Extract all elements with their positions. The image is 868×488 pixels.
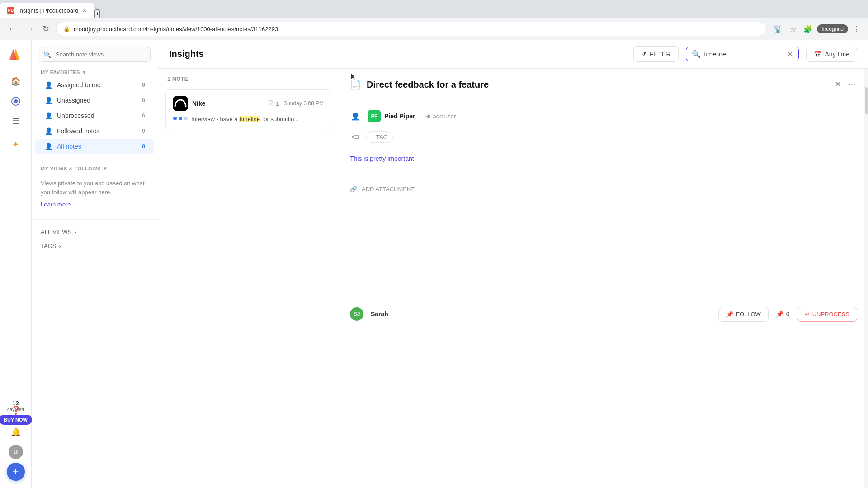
- add-user-icon: ⊕: [426, 113, 431, 120]
- dot-blue: [173, 117, 177, 120]
- views-empty-text: Views private to you and based on what y…: [41, 179, 149, 197]
- detail-more-btn[interactable]: ···: [847, 78, 857, 91]
- address-bar[interactable]: 🔒 moodjoy.productboard.com/insights/note…: [56, 22, 767, 36]
- unprocess-icon: ↩: [805, 311, 810, 318]
- cast-btn[interactable]: 📡: [771, 23, 785, 35]
- note-body: Interview - have a timeline for submitti…: [173, 115, 324, 123]
- my-views-section: MY VIEWS & FOLLOWS ▾: [32, 165, 158, 172]
- back-btn[interactable]: ←: [5, 23, 19, 36]
- company-avatar: PP: [368, 110, 381, 122]
- icon-bar: 🏠 ☰ ✦ 12 days left BUY NOW ❓ 🔔 U +: [0, 40, 32, 488]
- my-favorites-chevron[interactable]: ▾: [83, 69, 86, 75]
- author-avatar: SJ: [350, 307, 363, 321]
- learn-more-link[interactable]: Learn more: [41, 201, 71, 208]
- menu-btn[interactable]: ⋮: [850, 23, 863, 35]
- all-notes-icon: 👤: [44, 142, 52, 150]
- lock-icon: 🔒: [63, 26, 70, 32]
- active-tab[interactable]: PB Insights | Productboard ✕: [0, 3, 94, 18]
- followed-count: 0: [142, 128, 145, 134]
- main-header: Insights ⧩ FILTER 🔍 ✕ 📅 Any time: [158, 40, 868, 69]
- tab-close-btn[interactable]: ✕: [82, 7, 87, 14]
- detail-body: 👤 PP Pied Piper ⊕ add user 🏷: [339, 99, 868, 210]
- scroll-thumb[interactable]: [865, 87, 868, 114]
- note-dots: [173, 117, 188, 120]
- unprocessed-count: 6: [142, 113, 145, 119]
- assigned-count: 6: [142, 82, 145, 88]
- follow-count-value: 0: [786, 310, 790, 318]
- filter-label: FILTER: [649, 51, 670, 58]
- search-input[interactable]: [704, 51, 783, 58]
- sidebar-item-unprocessed[interactable]: 👤 Unprocessed 6: [35, 108, 154, 123]
- sidebar: 🔍 MY FAVORITES ▾ 👤 Assigned to me 6 👤 Un…: [32, 40, 158, 488]
- add-fab-btn[interactable]: +: [7, 463, 25, 481]
- buy-now-btn[interactable]: BUY NOW: [0, 415, 32, 425]
- trial-days: 12: [12, 400, 19, 407]
- add-attachment-row[interactable]: 🔗 ADD ATTACHMENT: [350, 179, 857, 199]
- sidebar-search-input[interactable]: [39, 47, 151, 62]
- unprocess-btn[interactable]: ↩ UNPROCESS: [797, 307, 857, 322]
- bell-icon-btn[interactable]: 🔔: [7, 423, 25, 441]
- calendar-icon: 📅: [814, 51, 821, 58]
- date-filter-label: Any time: [825, 51, 849, 58]
- refresh-btn[interactable]: ↻: [40, 22, 52, 36]
- spark-icon: ✦: [12, 140, 19, 150]
- extension-btn[interactable]: 🧩: [801, 23, 815, 35]
- toolbar-icons: 📡 ☆ 🧩 Incognito ⋮: [771, 23, 863, 35]
- detail-close-btn[interactable]: ✕: [833, 78, 843, 91]
- sidebar-divider-1: [32, 160, 158, 160]
- sidebar-item-all-notes[interactable]: 👤 All notes 8: [35, 139, 154, 154]
- add-user-btn[interactable]: ⊕ add user: [422, 111, 459, 122]
- note-text-after: for submittin...: [260, 116, 299, 122]
- note-company-name: Nike: [192, 100, 262, 107]
- user-avatar[interactable]: U: [9, 445, 23, 459]
- insights-icon-btn[interactable]: [7, 92, 25, 110]
- list-icon-btn[interactable]: ☰: [7, 112, 25, 130]
- tags-link[interactable]: TAGS ›: [32, 239, 158, 253]
- all-views-chevron-icon: ›: [74, 229, 76, 235]
- detail-footer: SJ Sarah 📌 FOLLOW 📌 0 ↩ UNPROCESS: [339, 300, 868, 328]
- sidebar-search-icon: 🔍: [43, 51, 51, 58]
- cursor-indicator: [350, 72, 355, 81]
- sidebar-item-followed-notes[interactable]: 👤 Followed notes 0: [35, 123, 154, 139]
- add-tag-btn[interactable]: + TAG: [366, 131, 393, 143]
- forward-btn[interactable]: →: [23, 23, 36, 36]
- dot-blue-2: [179, 117, 182, 120]
- search-clear-btn[interactable]: ✕: [787, 50, 793, 58]
- spark-icon-btn[interactable]: ✦: [7, 136, 25, 154]
- bookmark-btn[interactable]: ☆: [787, 23, 799, 35]
- app-logo[interactable]: [9, 47, 23, 63]
- sidebar-item-unassigned[interactable]: 👤 Unassigned 0: [35, 93, 154, 108]
- scroll-bar[interactable]: [864, 69, 868, 488]
- add-tag-label: + TAG: [371, 134, 388, 141]
- detail-actions: ✕ ···: [833, 78, 857, 91]
- my-views-chevron[interactable]: ▾: [104, 165, 107, 172]
- note-date: Sunday 6:08 PM: [283, 100, 324, 107]
- home-icon-btn[interactable]: 🏠: [7, 72, 25, 90]
- note-card[interactable]: Nike 📄 1 Sunday 6:08 PM Interview - have…: [165, 89, 331, 130]
- unassigned-icon: 👤: [44, 96, 52, 104]
- sidebar-item-assigned-to-me[interactable]: 👤 Assigned to me 6: [35, 77, 154, 93]
- sidebar-search[interactable]: 🔍: [39, 47, 151, 62]
- new-tab-btn[interactable]: +: [94, 9, 100, 18]
- incognito-badge[interactable]: Incognito: [817, 24, 848, 33]
- all-views-label: ALL VIEWS: [41, 229, 71, 235]
- trial-days-label: days left: [7, 407, 24, 412]
- search-bar[interactable]: 🔍 ✕: [686, 47, 799, 61]
- tags-chevron-icon: ›: [59, 243, 61, 249]
- note-text-before: Interview - have a: [191, 116, 239, 122]
- add-user-label: add user: [433, 113, 456, 120]
- filter-button[interactable]: ⧩ FILTER: [633, 46, 678, 62]
- follow-label: FOLLOW: [736, 311, 761, 318]
- company-name: Pied Piper: [384, 113, 415, 120]
- unprocess-label: UNPROCESS: [812, 311, 849, 318]
- assigned-icon: 👤: [44, 81, 52, 89]
- all-views-link[interactable]: ALL VIEWS ›: [32, 225, 158, 239]
- follow-btn[interactable]: 📌 FOLLOW: [718, 307, 769, 322]
- views-empty-section: Views private to you and based on what y…: [32, 174, 158, 214]
- follow-count: 📌 0: [776, 310, 790, 318]
- detail-title: Direct feedback for a feature: [367, 80, 827, 90]
- tag-meta-icon: 🏷: [350, 133, 361, 141]
- date-filter-btn[interactable]: 📅 Any time: [806, 47, 857, 62]
- person-meta-icon: 👤: [350, 112, 361, 121]
- notes-panel: 1 NOTE Nike 📄 1 Sunday 6:08 PM: [158, 69, 339, 488]
